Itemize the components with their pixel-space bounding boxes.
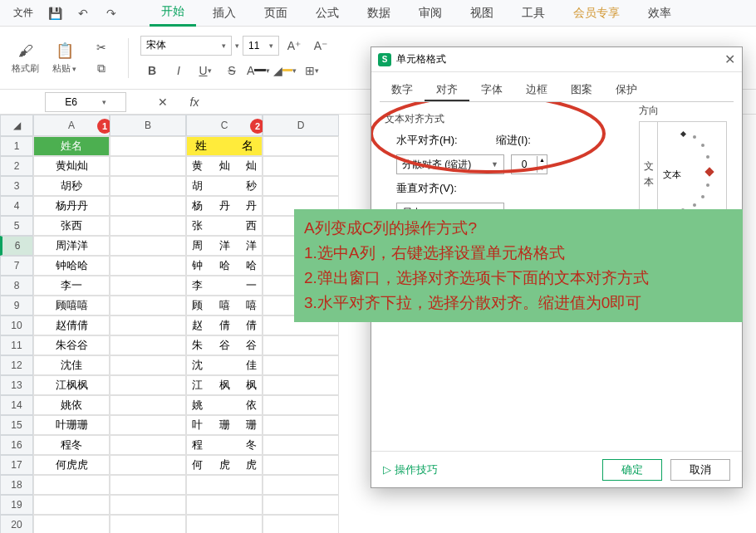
cell-c[interactable]: 赵倩倩 bbox=[186, 315, 263, 335]
cell-a[interactable]: 姓名 bbox=[33, 136, 110, 156]
row-header[interactable]: 10 bbox=[0, 315, 33, 335]
cell-a[interactable]: 何虎虎 bbox=[33, 455, 110, 475]
border-icon[interactable]: ⊞▾ bbox=[300, 61, 323, 81]
font-size-combo[interactable]: 11▾ bbox=[243, 36, 279, 56]
col-header-c[interactable]: C 2 bbox=[186, 115, 263, 136]
cell-d[interactable] bbox=[263, 495, 339, 515]
cell-c[interactable]: 胡秒 bbox=[186, 176, 263, 196]
tab-data[interactable]: 数据 bbox=[356, 1, 402, 26]
italic-icon[interactable]: I bbox=[167, 61, 190, 81]
cell-c[interactable]: 姓名 bbox=[186, 136, 263, 156]
file-menu[interactable]: 文件 bbox=[8, 2, 38, 23]
cell-b[interactable] bbox=[110, 515, 186, 533]
cell-d[interactable] bbox=[263, 515, 339, 533]
tab-formula[interactable]: 公式 bbox=[304, 1, 351, 26]
tab-view[interactable]: 视图 bbox=[459, 1, 505, 26]
cell-a[interactable]: 钟哈哈 bbox=[33, 256, 110, 276]
cell-a[interactable]: 顾嘻嘻 bbox=[33, 296, 110, 315]
row-header[interactable]: 20 bbox=[0, 515, 33, 533]
row-header[interactable]: 15 bbox=[0, 415, 33, 435]
cell-a[interactable] bbox=[33, 475, 110, 495]
cell-a[interactable]: 李一 bbox=[33, 276, 110, 296]
cell-d[interactable] bbox=[263, 136, 339, 156]
format-painter-icon[interactable]: 🖌 bbox=[14, 41, 37, 61]
cell-c[interactable] bbox=[186, 475, 263, 495]
cell-c[interactable]: 江枫枫 bbox=[186, 375, 263, 395]
copy-icon[interactable]: ⧉ bbox=[90, 59, 113, 79]
cell-b[interactable] bbox=[110, 415, 186, 435]
tab-efficiency[interactable]: 效率 bbox=[636, 1, 683, 26]
cell-d[interactable] bbox=[263, 355, 339, 375]
cell-b[interactable] bbox=[110, 196, 186, 216]
row-header[interactable]: 12 bbox=[0, 355, 33, 375]
cell-b[interactable] bbox=[110, 276, 186, 296]
cell-b[interactable] bbox=[110, 435, 186, 455]
cell-c[interactable]: 朱谷谷 bbox=[186, 335, 263, 355]
select-all-corner[interactable]: ◢ bbox=[0, 115, 33, 136]
cell-b[interactable] bbox=[110, 335, 186, 355]
tab-home[interactable]: 开始 bbox=[150, 0, 196, 27]
cell-c[interactable]: 程冬 bbox=[186, 435, 263, 455]
redo-icon[interactable]: ↷ bbox=[100, 3, 123, 23]
cell-d[interactable] bbox=[263, 415, 339, 435]
cell-a[interactable]: 叶珊珊 bbox=[33, 415, 110, 435]
dlg-tab-pattern[interactable]: 图案 bbox=[559, 77, 604, 101]
cell-a[interactable]: 沈佳 bbox=[33, 355, 110, 375]
paste-icon[interactable]: 📋 bbox=[53, 41, 76, 61]
spinner-down-icon[interactable]: ▼ bbox=[538, 164, 547, 173]
indent-spinner[interactable]: 0 ▲▼ bbox=[511, 154, 547, 174]
cell-c[interactable]: 周洋洋 bbox=[186, 236, 263, 256]
dlg-tab-number[interactable]: 数字 bbox=[380, 77, 425, 101]
cell-a[interactable]: 杨丹丹 bbox=[33, 196, 110, 216]
cell-d[interactable] bbox=[263, 475, 339, 495]
cell-c[interactable]: 黄灿灿 bbox=[186, 156, 263, 176]
cell-b[interactable] bbox=[110, 315, 186, 335]
cell-d[interactable] bbox=[263, 156, 339, 176]
font-prev-icon[interactable]: ▾ bbox=[235, 42, 239, 50]
cell-a[interactable]: 程冬 bbox=[33, 435, 110, 455]
increase-font-icon[interactable]: A⁺ bbox=[282, 36, 306, 56]
tab-vip[interactable]: 会员专享 bbox=[562, 1, 631, 26]
row-header[interactable]: 17 bbox=[0, 455, 33, 475]
cell-d[interactable] bbox=[263, 395, 339, 415]
dlg-tab-align[interactable]: 对齐 bbox=[425, 77, 469, 101]
underline-icon[interactable]: U▾ bbox=[194, 61, 217, 81]
bold-icon[interactable]: B bbox=[140, 61, 164, 81]
cell-b[interactable] bbox=[110, 495, 186, 515]
format-painter-label[interactable]: 格式刷 bbox=[12, 62, 39, 75]
name-box[interactable]: E6 ▾ bbox=[45, 92, 126, 112]
ok-button[interactable]: 确定 bbox=[602, 459, 662, 481]
row-header[interactable]: 11 bbox=[0, 335, 33, 355]
cell-b[interactable] bbox=[110, 395, 186, 415]
cell-d[interactable] bbox=[263, 435, 339, 455]
cell-b[interactable] bbox=[110, 216, 186, 236]
cell-a[interactable]: 周洋洋 bbox=[33, 236, 110, 256]
row-header[interactable]: 13 bbox=[0, 375, 33, 395]
cell-a[interactable]: 姚依 bbox=[33, 395, 110, 415]
paste-label[interactable]: 粘贴▾ bbox=[52, 62, 76, 75]
row-header[interactable]: 1 bbox=[0, 136, 33, 156]
cell-d[interactable] bbox=[263, 176, 339, 196]
cell-b[interactable] bbox=[110, 355, 186, 375]
tab-review[interactable]: 审阅 bbox=[407, 1, 454, 26]
dlg-tab-border[interactable]: 边框 bbox=[514, 77, 559, 101]
font-color-icon[interactable]: A▾ bbox=[247, 61, 270, 81]
cell-c[interactable]: 张西 bbox=[186, 216, 263, 236]
row-header[interactable]: 2 bbox=[0, 156, 33, 176]
cell-b[interactable] bbox=[110, 375, 186, 395]
cell-c[interactable]: 沈佳 bbox=[186, 355, 263, 375]
cell-b[interactable] bbox=[110, 136, 186, 156]
row-header[interactable]: 5 bbox=[0, 216, 33, 236]
save-icon[interactable]: 💾 bbox=[43, 3, 66, 23]
row-header[interactable]: 7 bbox=[0, 256, 33, 276]
dial-handle-icon[interactable] bbox=[704, 167, 714, 176]
cell-a[interactable]: 黄灿灿 bbox=[33, 156, 110, 176]
cancel-formula-icon[interactable]: ✕ bbox=[151, 92, 174, 112]
col-header-a[interactable]: A 1 bbox=[33, 115, 110, 136]
row-header[interactable]: 4 bbox=[0, 196, 33, 216]
row-header[interactable]: 6 bbox=[0, 236, 33, 256]
chevron-down-icon[interactable]: ▾ bbox=[102, 98, 106, 106]
col-header-d[interactable]: D bbox=[263, 115, 339, 136]
cell-a[interactable]: 张西 bbox=[33, 216, 110, 236]
tab-insert[interactable]: 插入 bbox=[201, 1, 248, 26]
